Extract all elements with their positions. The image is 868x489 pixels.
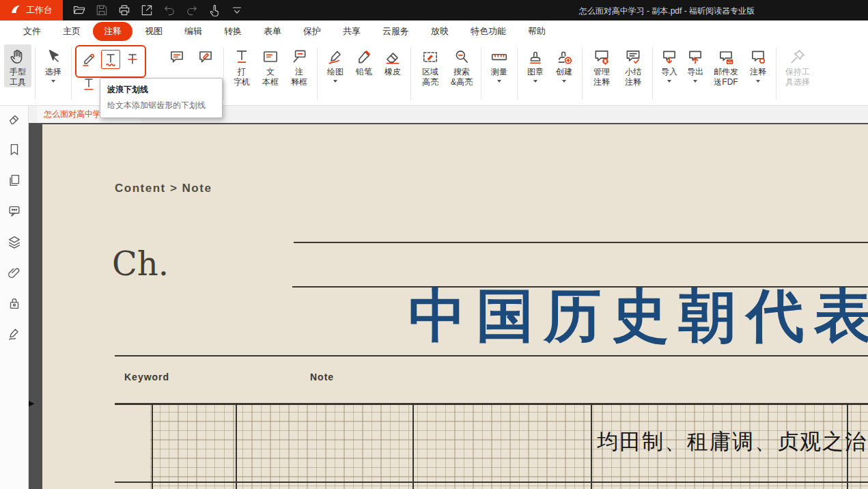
print-button[interactable] [117, 3, 131, 17]
menu-share[interactable]: 共享 [332, 22, 372, 41]
menu-help[interactable]: 帮助 [517, 22, 557, 41]
highlight-text-button[interactable] [79, 50, 98, 69]
foxit-logo-icon [10, 4, 21, 17]
eraser-panel-button[interactable] [6, 111, 23, 127]
pencil-bubble-icon [197, 46, 214, 67]
menu-cloud[interactable]: 云服务 [372, 22, 420, 41]
sticky-note-button[interactable] [163, 44, 191, 67]
menu-home[interactable]: 主页 [52, 22, 92, 41]
search-highlight-button[interactable]: 搜索 &高亮 [446, 44, 477, 87]
table-vline [236, 403, 237, 489]
create-button[interactable]: 创建 [550, 44, 578, 83]
import-comments-button[interactable]: 导入 [656, 44, 682, 83]
ribbon-separator [223, 47, 224, 100]
dropdown-caret-icon [562, 80, 566, 83]
textbox-label: 文 本框 [262, 67, 279, 87]
stamp-label: 图章 [527, 67, 544, 77]
hand-icon [9, 46, 27, 67]
eraser-button[interactable]: 橡皮 [378, 44, 407, 77]
export-button[interactable] [140, 3, 154, 17]
attachments-panel-button[interactable] [6, 264, 23, 281]
callout-button[interactable]: 注 释框 [285, 44, 313, 87]
table-vline [591, 403, 592, 489]
measure-label: 测量 [491, 67, 507, 77]
undo-button[interactable] [163, 3, 176, 17]
measure-button[interactable]: 测量 [485, 44, 514, 83]
typewriter-label: 打 字机 [234, 67, 250, 87]
ribbon-separator [410, 47, 411, 100]
ribbon-separator [71, 47, 72, 100]
signatures-panel-button[interactable] [6, 326, 23, 342]
menu-view[interactable]: 视图 [134, 22, 173, 41]
open-file-button[interactable] [72, 3, 86, 17]
navigation-sidebar [0, 106, 29, 489]
tooltip-description: 给文本添加锯齿形的下划线 [107, 100, 215, 111]
manage-comments-button[interactable]: 管理 注释 [586, 44, 617, 87]
import-icon [660, 46, 678, 67]
create-label: 创建 [556, 67, 572, 77]
document-viewport[interactable]: ▶ Content > Note Ch. 中国历史朝代表 Keyword Not… [29, 123, 868, 489]
document-column: 怎么面对高中学习 -... × + ▶ Content > Note Ch. 中… [29, 106, 868, 489]
summarize-comments-icon [624, 46, 642, 67]
strikeout-button[interactable] [123, 50, 142, 69]
area-highlight-icon [421, 46, 439, 67]
drawing-button[interactable]: 绘图 [321, 44, 350, 83]
security-panel-button[interactable] [6, 295, 23, 311]
hand-tool-button[interactable]: 手型 工具 [4, 44, 31, 87]
menu-protect[interactable]: 保护 [292, 22, 332, 41]
pencil-button[interactable]: 铅笔 [350, 44, 378, 77]
ribbon-separator [517, 47, 518, 100]
comment-settings-button[interactable]: 注释 [744, 44, 772, 83]
select-tool-button[interactable]: 选择 [39, 44, 68, 83]
summarize-comments-label: 小结 注释 [625, 67, 641, 87]
hand-tool-label: 手型 工具 [10, 67, 26, 87]
summarize-comments-button[interactable]: 小结 注释 [617, 44, 649, 87]
email-fdf-button[interactable]: 邮件发 送FDF [708, 44, 744, 87]
underline-button[interactable] [79, 74, 98, 94]
menu-features[interactable]: 特色功能 [460, 22, 517, 41]
menu-comment[interactable]: 注释 [93, 22, 132, 41]
squiggly-underline-button[interactable] [101, 50, 120, 69]
menu-present[interactable]: 放映 [420, 22, 460, 41]
comments-panel-button[interactable] [6, 203, 23, 219]
save-button[interactable] [95, 3, 109, 17]
doc-main-title: 中国历史朝代表 [408, 287, 868, 344]
textbox-button[interactable]: 文 本框 [256, 44, 285, 87]
select-tool-label: 选择 [45, 67, 61, 77]
comment-settings-label: 注释 [750, 67, 766, 77]
keyword-column-header: Keyword [124, 372, 169, 382]
bookmarks-panel-button[interactable] [6, 141, 23, 158]
menu-bar: 文件 主页 注释 视图 编辑 转换 表单 保护 共享 云服务 放映 特色功能 帮… [0, 20, 868, 42]
menu-convert[interactable]: 转换 [213, 22, 253, 41]
manage-comments-icon [593, 46, 611, 67]
breadcrumb-text: Content > Note [115, 182, 212, 195]
stamp-button[interactable]: 图章 [521, 44, 550, 83]
customize-toolbar-button[interactable] [230, 3, 244, 17]
area-highlight-button[interactable]: 区域 高亮 [415, 44, 446, 87]
typewriter-button[interactable]: 打 字机 [227, 44, 256, 87]
pencil-note-button[interactable] [191, 44, 220, 67]
panel-expand-button[interactable]: ▶ [29, 400, 34, 407]
comment-ribbon: 手型 工具 选择 [0, 42, 868, 106]
menu-edit[interactable]: 编辑 [173, 22, 213, 41]
pages-panel-button[interactable] [6, 172, 23, 188]
layers-panel-button[interactable] [6, 234, 23, 250]
dropdown-caret-icon [51, 80, 55, 83]
pushpin-icon [789, 46, 807, 67]
area-highlight-label: 区域 高亮 [422, 67, 438, 87]
keep-tool-selected-label: 保持工 具选择 [785, 67, 810, 87]
dropdown-caret-icon [333, 80, 337, 83]
workbench-button[interactable]: 工作台 [0, 0, 63, 20]
export-comments-button[interactable]: 导出 [682, 44, 708, 83]
note-bubble-icon [168, 46, 186, 67]
notebook-line [115, 355, 868, 357]
handwritten-note-text: 均田制、租庸调、贞观之治、 [597, 428, 868, 456]
comment-bubble-icon [749, 46, 767, 67]
window-title: 怎么面对高中学习 - 副本.pdf - 福昕阅读器专业版 [579, 5, 755, 17]
menu-form[interactable]: 表单 [253, 22, 292, 41]
export-label: 导出 [687, 67, 703, 77]
touch-mode-button[interactable] [208, 3, 221, 17]
menu-file[interactable]: 文件 [12, 22, 52, 41]
redo-button[interactable] [185, 3, 199, 17]
squiggly-underline-tooltip: 波浪下划线 给文本添加锯齿形的下划线 [100, 78, 223, 118]
